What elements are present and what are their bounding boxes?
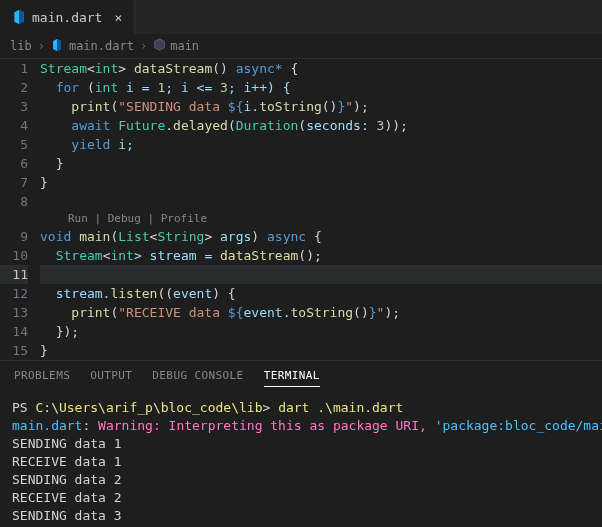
- breadcrumb-symbol[interactable]: main: [153, 38, 199, 54]
- breadcrumb-file-label: main.dart: [69, 39, 134, 53]
- tab-debug-console[interactable]: DEBUG CONSOLE: [152, 369, 243, 387]
- tab-output[interactable]: OUTPUT: [90, 369, 132, 387]
- code-area[interactable]: Stream<int> dataStream() async* { for (i…: [40, 59, 602, 360]
- chevron-right-icon: ›: [38, 39, 45, 53]
- tab-main-dart[interactable]: main.dart ×: [0, 0, 135, 34]
- codelens-run[interactable]: Run: [68, 212, 88, 225]
- breadcrumb-file[interactable]: main.dart: [51, 39, 134, 53]
- chevron-right-icon: ›: [140, 39, 147, 53]
- code-editor[interactable]: 1 2 3 4 5 6 7 8 9 10 11 12 13 14 15 Stre…: [0, 59, 602, 360]
- close-icon[interactable]: ×: [114, 10, 122, 25]
- breadcrumb-symbol-label: main: [170, 39, 199, 53]
- cube-icon: [153, 38, 166, 54]
- codelens: Run | Debug | Profile: [68, 211, 602, 227]
- tab-bar: main.dart ×: [0, 0, 602, 34]
- terminal[interactable]: PS C:\Users\arif_p\bloc_code\lib> dart .…: [0, 393, 602, 527]
- breadcrumb: lib › main.dart › main: [0, 34, 602, 59]
- dart-file-icon: [51, 39, 65, 53]
- tab-label: main.dart: [32, 10, 102, 25]
- dart-file-icon: [12, 10, 26, 24]
- codelens-debug[interactable]: Debug: [108, 212, 141, 225]
- tab-problems[interactable]: PROBLEMS: [14, 369, 70, 387]
- breadcrumb-folder[interactable]: lib: [10, 39, 32, 53]
- codelens-profile[interactable]: Profile: [161, 212, 207, 225]
- line-gutter: 1 2 3 4 5 6 7 8 9 10 11 12 13 14 15: [0, 59, 40, 360]
- tab-terminal[interactable]: TERMINAL: [264, 369, 320, 387]
- panel-tabs: PROBLEMS OUTPUT DEBUG CONSOLE TERMINAL: [0, 360, 602, 393]
